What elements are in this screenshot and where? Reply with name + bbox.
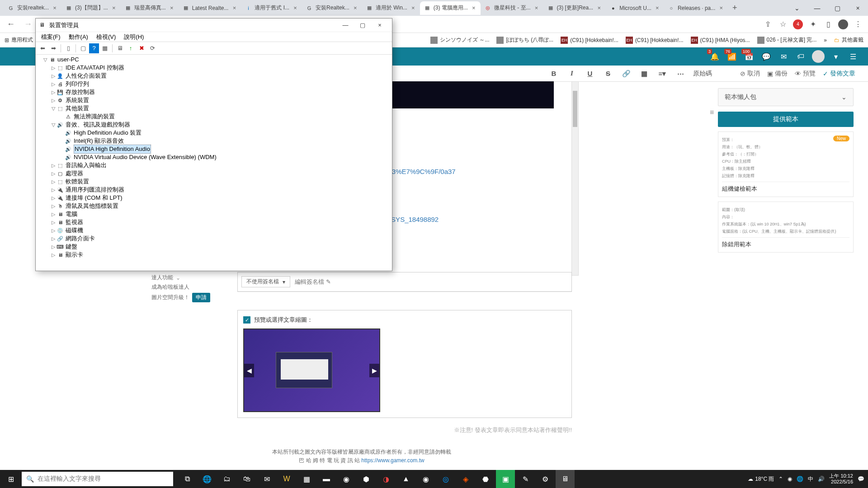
align-button[interactable]: ≡▾ — [657, 68, 668, 79]
expand-icon[interactable]: ▷ — [50, 64, 57, 72]
properties-icon[interactable]: ▢ — [78, 43, 88, 53]
tree-node[interactable]: ▷⬚軟體裝置 — [37, 178, 391, 186]
tree-root[interactable]: ▽🖥user-PC — [37, 56, 391, 64]
weather-widget[interactable]: ☁18°C 雨 — [748, 475, 774, 483]
underline-button[interactable]: U — [585, 68, 595, 79]
browser-tab-active[interactable]: ▦(3) 電腦應用...× — [420, 1, 481, 15]
minimize-button[interactable]: — — [807, 1, 827, 15]
tray-network-icon[interactable]: 🌐 — [797, 476, 803, 482]
thumbnail-image[interactable] — [243, 328, 380, 412]
taskbar-app-wow[interactable]: W — [277, 470, 296, 488]
browser-tab[interactable]: ▦適用於 Win...× — [362, 1, 420, 15]
editor-scrollbar[interactable] — [571, 81, 579, 276]
back-button[interactable]: ← — [5, 18, 17, 31]
more-button[interactable]: ⋯ — [675, 68, 686, 79]
kebab-menu-icon[interactable]: ⋮ — [853, 19, 863, 30]
table-button[interactable]: ▦ — [639, 68, 650, 79]
expand-icon[interactable]: ▷ — [50, 251, 57, 259]
forward-button[interactable]: → — [22, 18, 34, 31]
tree-node[interactable]: ▷🔌連接埠 (COM 和 LPT) — [37, 194, 391, 202]
expand-icon[interactable]: ▽ — [50, 121, 57, 129]
provide-template-button[interactable]: 提供範本 — [718, 112, 854, 127]
taskbar-app-edge[interactable]: 🌐 — [198, 470, 217, 488]
browser-tab[interactable]: ▦瑞昱高傳真...× — [121, 1, 179, 15]
close-button[interactable]: × — [371, 19, 388, 31]
bookmark-item[interactable]: シンソウノイズ ～... — [430, 36, 489, 44]
taskbar-app-devmgr[interactable]: 🖥 — [556, 470, 575, 488]
extension-brave-icon[interactable]: 4 — [793, 19, 803, 29]
expand-icon[interactable]: ▷ — [50, 80, 57, 88]
tree-node[interactable]: ▷💿磁碟機 — [37, 226, 391, 235]
tree-node[interactable]: ▷💾存放控制器 — [37, 88, 391, 96]
tray-volume-icon[interactable]: 🔊 — [818, 476, 825, 482]
tree-node[interactable]: ▷▢處理器 — [37, 169, 391, 178]
maximize-button[interactable]: ▢ — [827, 1, 848, 15]
expand-icon[interactable]: ▷ — [50, 161, 57, 169]
bookmark-item[interactable]: EH(C91) [Hokkebain!... — [626, 37, 684, 44]
browser-tab[interactable]: ▦(3)【問題】...× — [61, 1, 121, 15]
preview-checkbox[interactable]: ✓ — [243, 316, 250, 324]
tree-node[interactable]: ▷⬚音訊輸入與輸出 — [37, 161, 391, 169]
tree-node[interactable]: 🔊NVIDIA High Definition Audio — [37, 145, 391, 153]
tab-close-icon[interactable]: × — [52, 5, 58, 11]
thumbnail-next-button[interactable]: ▶ — [369, 364, 379, 377]
new-tab-button[interactable]: + — [728, 3, 741, 13]
feed-icon[interactable]: 76📶 — [726, 51, 738, 62]
user-avatar[interactable] — [812, 50, 825, 63]
tab-close-icon[interactable]: × — [596, 5, 602, 11]
bookmark-item[interactable]: [ぽぽちち (八尋ぽ... — [496, 36, 553, 44]
browser-tab[interactable]: ○Releases · pa...× — [664, 1, 728, 15]
menu-help[interactable]: 說明(H) — [120, 33, 147, 41]
extensions-icon[interactable]: ✦ — [807, 19, 818, 30]
expand-icon[interactable]: ▷ — [50, 210, 57, 218]
tab-close-icon[interactable]: × — [169, 5, 175, 11]
footer-link[interactable]: https://www.gamer.com.tw — [361, 457, 424, 464]
tree-node[interactable]: ▷👤人性化介面裝置 — [37, 72, 391, 80]
preview-button[interactable]: 👁預覽 — [795, 70, 816, 78]
expand-icon[interactable]: ▷ — [50, 218, 57, 226]
hamburger-menu-icon[interactable]: ☰ — [847, 51, 859, 62]
taskbar-app[interactable]: ▲ — [396, 470, 415, 488]
taskbar-app[interactable]: ◉ — [337, 470, 356, 488]
browser-tab[interactable]: ▦(3) [更新]Rea...× — [543, 1, 606, 15]
bookmark-item[interactable]: EH(C91) [HMA (Hiyos... — [691, 37, 750, 44]
scan-hardware-icon[interactable]: 🖥 — [115, 43, 125, 53]
show-hide-icon[interactable]: ▯ — [63, 43, 73, 53]
enable-icon[interactable]: ⟳ — [147, 43, 157, 53]
raw-code-button[interactable]: 原始碼 — [693, 70, 712, 78]
scrollbar-thumb[interactable] — [573, 91, 577, 127]
menu-file[interactable]: 檔案(F) — [38, 33, 64, 41]
tree-node[interactable]: ▷🖥監視器 — [37, 218, 391, 226]
backup-button[interactable]: ▣備份 — [767, 70, 788, 78]
taskbar-app[interactable]: ⚙ — [536, 470, 555, 488]
expand-icon[interactable]: ▷ — [50, 96, 57, 104]
edit-signature-link[interactable]: 編輯簽名檔 ✎ — [295, 278, 331, 286]
bold-button[interactable]: B — [548, 68, 559, 79]
tag-icon[interactable]: 🏷 — [795, 51, 807, 62]
tree-node[interactable]: ▽⬚其他裝置 — [37, 104, 391, 113]
browser-tab[interactable]: i適用于舊式 I...× — [241, 1, 302, 15]
tree-node[interactable]: ▷🖥顯示卡 — [37, 251, 391, 259]
strikethrough-button[interactable]: S — [603, 68, 613, 79]
expand-icon[interactable]: ▷ — [50, 178, 57, 186]
tree-node[interactable]: ▷🔌通用序列匯流排控制器 — [37, 186, 391, 194]
close-button[interactable]: × — [848, 1, 868, 15]
expand-icon[interactable]: ▷ — [50, 243, 57, 251]
calendar-icon[interactable]: 100📅 — [743, 51, 755, 62]
tree-node[interactable]: ⚠無法辨識的裝置 — [37, 113, 391, 121]
tree-node[interactable]: 🔊NVIDIA Virtual Audio Device (Wave Exten… — [37, 153, 391, 161]
expand-icon[interactable]: ▷ — [50, 235, 57, 243]
window-titlebar[interactable]: 🖥 裝置管理員 — ▢ × — [36, 19, 392, 32]
tree-node[interactable]: 🔊Intel(R) 顯示器音效 — [37, 137, 391, 145]
tray-notifications-icon[interactable]: 💬 — [858, 476, 864, 482]
browser-tab[interactable]: ●Microsoft U...× — [606, 1, 664, 15]
chat-icon[interactable]: 💬 — [760, 51, 772, 62]
expand-icon[interactable]: ▽ — [50, 104, 57, 113]
italic-button[interactable]: I — [566, 68, 577, 79]
signature-select[interactable]: 不使用簽名檔▾ — [241, 276, 290, 287]
tab-close-icon[interactable]: × — [292, 5, 298, 11]
tab-close-icon[interactable]: × — [231, 5, 237, 11]
view-icon[interactable]: ▦ — [100, 43, 110, 53]
expand-icon[interactable]: ▷ — [50, 186, 57, 194]
menu-view[interactable]: 檢視(V) — [93, 33, 119, 41]
